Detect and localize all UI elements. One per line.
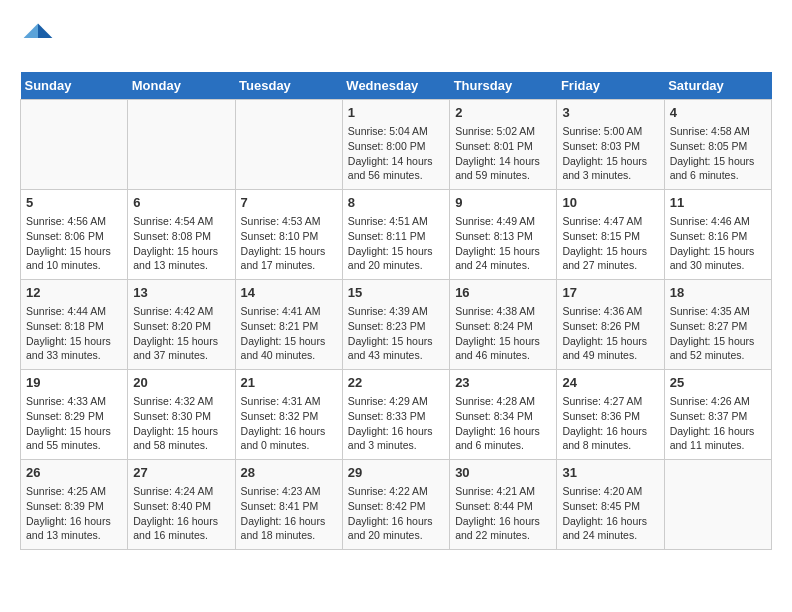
header-day-wednesday: Wednesday — [342, 72, 449, 100]
day-info: Sunrise: 4:36 AM Sunset: 8:26 PM Dayligh… — [562, 304, 658, 363]
day-number: 31 — [562, 464, 658, 482]
calendar-cell: 10Sunrise: 4:47 AM Sunset: 8:15 PM Dayli… — [557, 190, 664, 280]
day-number: 29 — [348, 464, 444, 482]
calendar-cell: 31Sunrise: 4:20 AM Sunset: 8:45 PM Dayli… — [557, 460, 664, 550]
calendar-cell: 12Sunrise: 4:44 AM Sunset: 8:18 PM Dayli… — [21, 280, 128, 370]
logo-icon — [20, 20, 56, 56]
calendar-cell: 16Sunrise: 4:38 AM Sunset: 8:24 PM Dayli… — [450, 280, 557, 370]
calendar-cell: 14Sunrise: 4:41 AM Sunset: 8:21 PM Dayli… — [235, 280, 342, 370]
calendar-cell: 7Sunrise: 4:53 AM Sunset: 8:10 PM Daylig… — [235, 190, 342, 280]
day-info: Sunrise: 5:00 AM Sunset: 8:03 PM Dayligh… — [562, 124, 658, 183]
day-info: Sunrise: 4:28 AM Sunset: 8:34 PM Dayligh… — [455, 394, 551, 453]
calendar-cell: 24Sunrise: 4:27 AM Sunset: 8:36 PM Dayli… — [557, 370, 664, 460]
calendar-cell — [21, 100, 128, 190]
calendar-week-4: 19Sunrise: 4:33 AM Sunset: 8:29 PM Dayli… — [21, 370, 772, 460]
day-number: 1 — [348, 104, 444, 122]
day-info: Sunrise: 4:20 AM Sunset: 8:45 PM Dayligh… — [562, 484, 658, 543]
day-number: 17 — [562, 284, 658, 302]
day-info: Sunrise: 4:35 AM Sunset: 8:27 PM Dayligh… — [670, 304, 766, 363]
day-number: 10 — [562, 194, 658, 212]
calendar-cell: 20Sunrise: 4:32 AM Sunset: 8:30 PM Dayli… — [128, 370, 235, 460]
day-info: Sunrise: 4:33 AM Sunset: 8:29 PM Dayligh… — [26, 394, 122, 453]
day-info: Sunrise: 4:25 AM Sunset: 8:39 PM Dayligh… — [26, 484, 122, 543]
calendar-cell: 22Sunrise: 4:29 AM Sunset: 8:33 PM Dayli… — [342, 370, 449, 460]
day-info: Sunrise: 5:02 AM Sunset: 8:01 PM Dayligh… — [455, 124, 551, 183]
header-day-thursday: Thursday — [450, 72, 557, 100]
day-number: 28 — [241, 464, 337, 482]
day-number: 25 — [670, 374, 766, 392]
calendar-cell: 27Sunrise: 4:24 AM Sunset: 8:40 PM Dayli… — [128, 460, 235, 550]
day-info: Sunrise: 4:41 AM Sunset: 8:21 PM Dayligh… — [241, 304, 337, 363]
day-info: Sunrise: 4:26 AM Sunset: 8:37 PM Dayligh… — [670, 394, 766, 453]
day-number: 21 — [241, 374, 337, 392]
calendar-cell: 5Sunrise: 4:56 AM Sunset: 8:06 PM Daylig… — [21, 190, 128, 280]
day-number: 12 — [26, 284, 122, 302]
day-info: Sunrise: 4:24 AM Sunset: 8:40 PM Dayligh… — [133, 484, 229, 543]
day-number: 8 — [348, 194, 444, 212]
day-info: Sunrise: 4:56 AM Sunset: 8:06 PM Dayligh… — [26, 214, 122, 273]
header-day-friday: Friday — [557, 72, 664, 100]
calendar-cell: 8Sunrise: 4:51 AM Sunset: 8:11 PM Daylig… — [342, 190, 449, 280]
day-number: 3 — [562, 104, 658, 122]
calendar-cell: 3Sunrise: 5:00 AM Sunset: 8:03 PM Daylig… — [557, 100, 664, 190]
calendar-cell: 23Sunrise: 4:28 AM Sunset: 8:34 PM Dayli… — [450, 370, 557, 460]
day-number: 23 — [455, 374, 551, 392]
calendar-cell: 28Sunrise: 4:23 AM Sunset: 8:41 PM Dayli… — [235, 460, 342, 550]
calendar-cell: 26Sunrise: 4:25 AM Sunset: 8:39 PM Dayli… — [21, 460, 128, 550]
day-info: Sunrise: 4:49 AM Sunset: 8:13 PM Dayligh… — [455, 214, 551, 273]
day-number: 6 — [133, 194, 229, 212]
day-info: Sunrise: 4:38 AM Sunset: 8:24 PM Dayligh… — [455, 304, 551, 363]
day-info: Sunrise: 4:46 AM Sunset: 8:16 PM Dayligh… — [670, 214, 766, 273]
calendar-week-5: 26Sunrise: 4:25 AM Sunset: 8:39 PM Dayli… — [21, 460, 772, 550]
page-header — [20, 20, 772, 56]
day-number: 11 — [670, 194, 766, 212]
calendar-cell — [128, 100, 235, 190]
day-info: Sunrise: 4:58 AM Sunset: 8:05 PM Dayligh… — [670, 124, 766, 183]
calendar-week-2: 5Sunrise: 4:56 AM Sunset: 8:06 PM Daylig… — [21, 190, 772, 280]
day-number: 19 — [26, 374, 122, 392]
calendar-week-3: 12Sunrise: 4:44 AM Sunset: 8:18 PM Dayli… — [21, 280, 772, 370]
calendar-cell: 6Sunrise: 4:54 AM Sunset: 8:08 PM Daylig… — [128, 190, 235, 280]
svg-marker-1 — [24, 24, 38, 38]
day-number: 2 — [455, 104, 551, 122]
day-number: 30 — [455, 464, 551, 482]
day-number: 14 — [241, 284, 337, 302]
day-number: 20 — [133, 374, 229, 392]
calendar-cell: 19Sunrise: 4:33 AM Sunset: 8:29 PM Dayli… — [21, 370, 128, 460]
calendar-cell: 25Sunrise: 4:26 AM Sunset: 8:37 PM Dayli… — [664, 370, 771, 460]
day-info: Sunrise: 4:23 AM Sunset: 8:41 PM Dayligh… — [241, 484, 337, 543]
calendar-cell: 15Sunrise: 4:39 AM Sunset: 8:23 PM Dayli… — [342, 280, 449, 370]
day-info: Sunrise: 4:27 AM Sunset: 8:36 PM Dayligh… — [562, 394, 658, 453]
header-day-sunday: Sunday — [21, 72, 128, 100]
day-number: 18 — [670, 284, 766, 302]
header-day-monday: Monday — [128, 72, 235, 100]
logo — [20, 20, 62, 56]
calendar-header-row: SundayMondayTuesdayWednesdayThursdayFrid… — [21, 72, 772, 100]
day-number: 5 — [26, 194, 122, 212]
header-day-tuesday: Tuesday — [235, 72, 342, 100]
day-number: 27 — [133, 464, 229, 482]
day-number: 22 — [348, 374, 444, 392]
calendar-cell: 18Sunrise: 4:35 AM Sunset: 8:27 PM Dayli… — [664, 280, 771, 370]
day-number: 4 — [670, 104, 766, 122]
calendar-week-1: 1Sunrise: 5:04 AM Sunset: 8:00 PM Daylig… — [21, 100, 772, 190]
calendar-cell — [664, 460, 771, 550]
day-info: Sunrise: 4:29 AM Sunset: 8:33 PM Dayligh… — [348, 394, 444, 453]
day-info: Sunrise: 4:22 AM Sunset: 8:42 PM Dayligh… — [348, 484, 444, 543]
calendar-cell — [235, 100, 342, 190]
calendar-cell: 30Sunrise: 4:21 AM Sunset: 8:44 PM Dayli… — [450, 460, 557, 550]
calendar-cell: 13Sunrise: 4:42 AM Sunset: 8:20 PM Dayli… — [128, 280, 235, 370]
header-day-saturday: Saturday — [664, 72, 771, 100]
day-info: Sunrise: 4:32 AM Sunset: 8:30 PM Dayligh… — [133, 394, 229, 453]
day-number: 24 — [562, 374, 658, 392]
day-number: 13 — [133, 284, 229, 302]
calendar-cell: 4Sunrise: 4:58 AM Sunset: 8:05 PM Daylig… — [664, 100, 771, 190]
day-info: Sunrise: 5:04 AM Sunset: 8:00 PM Dayligh… — [348, 124, 444, 183]
calendar-cell: 9Sunrise: 4:49 AM Sunset: 8:13 PM Daylig… — [450, 190, 557, 280]
day-number: 9 — [455, 194, 551, 212]
calendar-cell: 17Sunrise: 4:36 AM Sunset: 8:26 PM Dayli… — [557, 280, 664, 370]
day-info: Sunrise: 4:53 AM Sunset: 8:10 PM Dayligh… — [241, 214, 337, 273]
day-info: Sunrise: 4:54 AM Sunset: 8:08 PM Dayligh… — [133, 214, 229, 273]
day-info: Sunrise: 4:44 AM Sunset: 8:18 PM Dayligh… — [26, 304, 122, 363]
day-info: Sunrise: 4:21 AM Sunset: 8:44 PM Dayligh… — [455, 484, 551, 543]
